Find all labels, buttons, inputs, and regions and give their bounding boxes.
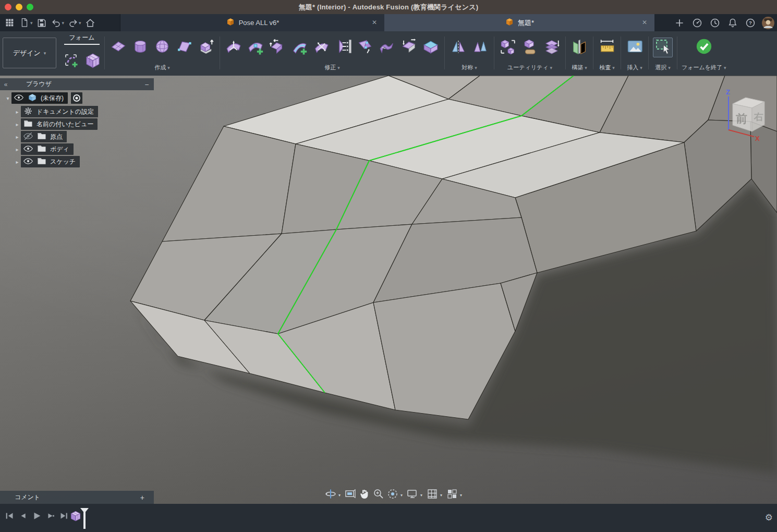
minimize-window-button[interactable] [16, 4, 22, 10]
fit-button[interactable] [386, 489, 399, 501]
eye-icon[interactable] [23, 156, 33, 168]
add-comment-icon[interactable]: + [140, 493, 144, 502]
browser-item-名前の付いたビュー[interactable]: ▸名前の付いたビュー [14, 118, 98, 130]
edit-form-button[interactable] [224, 38, 243, 57]
caret-closed-icon[interactable]: ▸ [14, 147, 21, 152]
thicken-button[interactable] [421, 38, 440, 57]
mirror-internal-button[interactable] [449, 38, 468, 57]
job-status-icon[interactable] [690, 16, 704, 30]
go-to-end-button[interactable] [58, 511, 70, 524]
flatten-button[interactable] [334, 38, 353, 57]
chevron-down-icon[interactable]: ▾ [79, 20, 81, 26]
display-settings-button[interactable] [406, 489, 419, 501]
cylinder-button[interactable] [131, 38, 150, 57]
caret-closed-icon[interactable]: ▸ [14, 109, 21, 115]
group-label-ユーティリティ[interactable]: ユーティリティ ▾ [507, 64, 552, 75]
tab-form-context[interactable]: フォーム [64, 31, 100, 45]
select-button[interactable] [653, 38, 673, 57]
go-to-start-button[interactable] [4, 511, 16, 524]
repair-body-button[interactable] [499, 38, 517, 57]
chevron-down-icon[interactable]: ▾ [338, 493, 343, 498]
close-window-button[interactable] [5, 4, 11, 10]
group-label-選択[interactable]: 選択 ▾ [655, 64, 671, 75]
construct-plane-button[interactable] [570, 38, 589, 57]
face-button[interactable] [175, 38, 193, 57]
app-grid-icon[interactable] [3, 16, 17, 30]
grid-button[interactable] [426, 489, 439, 501]
viewports-button[interactable] [446, 489, 458, 501]
measure-button[interactable] [598, 38, 616, 57]
box-primitive-button[interactable] [83, 52, 102, 70]
group-label-挿入[interactable]: 挿入 ▾ [627, 64, 642, 75]
timeline-settings-gear-icon[interactable]: ⚙ [765, 512, 773, 523]
group-label-構築[interactable]: 構築 ▾ [572, 64, 587, 75]
eye-off-icon[interactable] [23, 131, 33, 143]
chevron-down-icon[interactable]: ▾ [420, 493, 424, 498]
view-cube[interactable]: Z X 前 右 [719, 82, 773, 142]
chevron-down-icon[interactable]: ▾ [400, 493, 405, 498]
3d-viewport[interactable]: Z X 前 右 « ブラウザ – ▾(未保存)▸ドキュメントの設定▸名前の付いた… [0, 76, 777, 504]
circular-internal-button[interactable] [471, 38, 490, 57]
pan-button[interactable] [358, 489, 371, 501]
zoom-button[interactable] [372, 489, 385, 501]
convert-button[interactable] [520, 38, 539, 57]
avatar[interactable] [761, 16, 775, 30]
create-form-button[interactable] [62, 52, 80, 70]
mesh-face-front-1[interactable] [162, 126, 296, 241]
insert-image-button[interactable] [625, 38, 644, 57]
browser-item-ボディ[interactable]: ▸ボディ [14, 143, 74, 155]
group-label-修正[interactable]: 修正 ▾ [324, 64, 340, 75]
unweld-edges-button[interactable] [378, 38, 396, 57]
insert-point-button[interactable] [246, 38, 265, 57]
group-label-対称[interactable]: 対称 ▾ [462, 64, 477, 75]
activate-component-radio[interactable] [71, 92, 82, 104]
step-back-button[interactable] [18, 511, 29, 524]
eye-icon[interactable] [14, 92, 24, 104]
caret-closed-icon[interactable]: ▸ [14, 159, 21, 165]
undo-icon[interactable] [50, 16, 63, 30]
eye-icon[interactable] [23, 143, 33, 155]
view-cube-body[interactable]: 前 右 [733, 98, 764, 131]
orbit-button[interactable] [324, 489, 337, 501]
plane-button[interactable] [109, 38, 128, 57]
document-tab-untitled[interactable]: 無題* ✕ [384, 14, 654, 31]
crease-button[interactable] [399, 38, 418, 57]
caret-closed-icon[interactable]: ▸ [14, 122, 21, 127]
help-icon[interactable]: ? [744, 16, 757, 30]
document-tab-pose-all[interactable]: Pose ALL v6* ✕ [120, 14, 385, 31]
play-button[interactable] [31, 511, 43, 524]
subdivide-button[interactable] [312, 38, 331, 57]
new-tab-icon[interactable] [673, 16, 686, 30]
weld-vertices-button[interactable] [356, 38, 374, 57]
browser-item-スケッチ[interactable]: ▸スケッチ [14, 156, 80, 167]
close-tab-icon[interactable]: ✕ [370, 18, 379, 27]
slide-edge-button[interactable] [268, 38, 287, 57]
timeline-playhead[interactable] [79, 507, 90, 530]
history-icon[interactable] [708, 16, 722, 30]
browser-item-原点[interactable]: ▸原点 [14, 131, 67, 142]
display-mode-button[interactable] [542, 38, 561, 57]
sphere-button[interactable] [153, 38, 172, 57]
file-new-icon[interactable] [18, 16, 31, 30]
workspace-selector[interactable]: デザイン ▾ [3, 38, 56, 68]
chevron-down-icon[interactable]: ▾ [460, 493, 464, 498]
save-icon[interactable] [35, 16, 48, 30]
browser-item-(未保存)[interactable]: ▾(未保存) [4, 92, 82, 104]
chevron-down-icon[interactable]: ▾ [440, 493, 444, 498]
finish-form-button[interactable] [695, 38, 713, 57]
comments-bar[interactable]: コメント + [0, 491, 154, 504]
notifications-icon[interactable] [726, 16, 739, 30]
chevron-down-icon[interactable]: ▾ [62, 20, 65, 26]
minimize-panel-icon[interactable]: – [145, 81, 149, 88]
look-at-button[interactable] [344, 489, 357, 501]
finish-form-label[interactable]: フォームを終了 ▾ [682, 64, 726, 75]
maximize-window-button[interactable] [27, 4, 33, 10]
insert-edge-button[interactable] [290, 38, 309, 57]
caret-open-icon[interactable]: ▾ [4, 95, 11, 101]
group-label-検査[interactable]: 検査 ▾ [599, 64, 615, 75]
step-forward-button[interactable] [45, 511, 56, 524]
caret-closed-icon[interactable]: ▸ [14, 134, 21, 140]
extrude-button[interactable] [197, 38, 215, 57]
tspline-body[interactable] [0, 76, 777, 504]
browser-item-ドキュメントの設定[interactable]: ▸ドキュメントの設定 [14, 106, 98, 117]
